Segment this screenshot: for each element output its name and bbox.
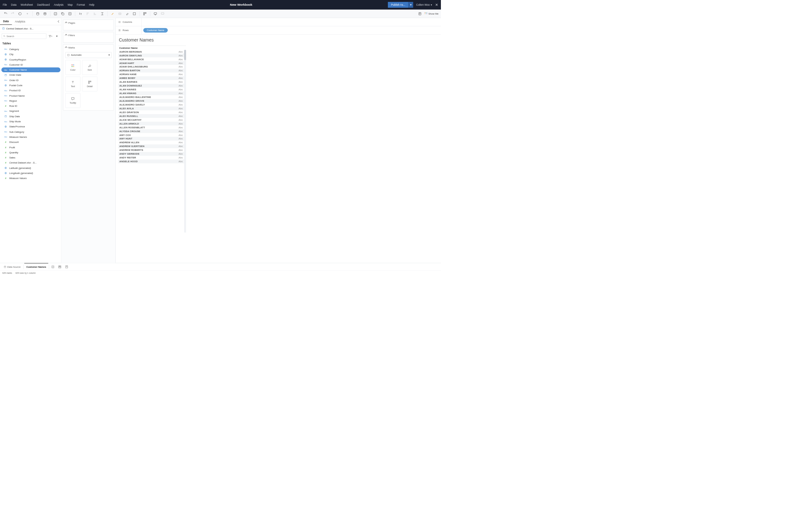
marks-tooltip-button[interactable]: Tooltip xyxy=(65,93,81,108)
table-row[interactable]: ALEX RUSSELLAbc xyxy=(118,114,186,118)
viz-column-header[interactable]: Customer Name xyxy=(118,46,186,50)
table-row[interactable]: AMY HUNTAbc xyxy=(118,137,186,141)
device-preview-button[interactable] xyxy=(159,10,166,17)
table-row[interactable]: ALEX GRAYSONAbc xyxy=(118,111,186,114)
tab-data[interactable]: Data xyxy=(0,18,12,25)
clear-button[interactable] xyxy=(67,10,73,17)
show-me-button[interactable]: Show Me xyxy=(424,12,439,15)
swap-button[interactable] xyxy=(78,10,84,17)
menu-map[interactable]: Map xyxy=(67,3,72,6)
revert-button[interactable] xyxy=(17,10,23,17)
menu-dashboard[interactable]: Dashboard xyxy=(37,3,50,6)
publish-button[interactable]: Publish As... xyxy=(388,2,408,8)
table-row[interactable]: ALAN BARNESAbc xyxy=(118,80,186,84)
search-field[interactable] xyxy=(7,35,45,38)
publish-dropdown[interactable]: ▾ xyxy=(408,2,413,8)
table-row[interactable]: ADRIAN HANEAbc xyxy=(118,72,186,76)
field-quantity[interactable]: Quantity xyxy=(1,150,60,155)
field-discount[interactable]: Discount xyxy=(1,140,60,145)
collapse-sidebar-button[interactable] xyxy=(58,20,60,23)
field-country-region[interactable]: Country/Region xyxy=(1,57,60,62)
totals-button[interactable] xyxy=(99,10,105,17)
table-row[interactable]: ANDREW ROBERTSAbc xyxy=(118,148,186,152)
pages-shelf[interactable]: Pages xyxy=(63,20,114,31)
field-customer-name[interactable]: Customer Name xyxy=(1,67,60,72)
field-measure-values[interactable]: Measure Values xyxy=(1,176,60,181)
table-row[interactable]: AMY COXAbc xyxy=(118,133,186,137)
highlight-button[interactable] xyxy=(109,10,116,17)
field-sub-category[interactable]: Sub-Category xyxy=(1,129,60,134)
field-product-name[interactable]: Product Name xyxy=(1,93,60,98)
menu-worksheet[interactable]: Worksheet xyxy=(20,3,33,6)
filters-shelf[interactable]: Filters xyxy=(63,32,114,43)
rows-pill-customer-name[interactable]: Customer Name xyxy=(143,28,168,32)
table-row[interactable]: ADRIAN BARTONAbc xyxy=(118,69,186,72)
field-city[interactable]: City xyxy=(1,52,60,57)
format-button[interactable] xyxy=(124,10,131,17)
table-row[interactable]: ANDREW GJERTSENAbc xyxy=(118,145,186,148)
field-order-date[interactable]: Order Date xyxy=(1,72,60,77)
table-row[interactable]: ADAM BELLAVANCEAbc xyxy=(118,57,186,61)
table-row[interactable]: ALEJANDRO BALLENTINEAbc xyxy=(118,95,186,99)
datasource-item[interactable]: Central Dataset.xlsx - S... xyxy=(0,25,61,32)
field-ship-date[interactable]: Ship Date xyxy=(1,114,60,118)
menu-analysis[interactable]: Analysis xyxy=(54,3,63,6)
field-postal-code[interactable]: Postal Code xyxy=(1,83,60,88)
new-story-tab-button[interactable] xyxy=(63,265,70,268)
close-button[interactable]: ✕ xyxy=(435,3,438,7)
menu-file[interactable]: File xyxy=(3,3,7,6)
sort-desc-button[interactable] xyxy=(92,10,98,17)
table-row[interactable]: ALAN DOMINGUEZAbc xyxy=(118,84,186,88)
table-row[interactable]: ALAN HAINESAbc xyxy=(118,88,186,92)
pause-updates-button[interactable] xyxy=(42,10,48,17)
new-worksheet-button[interactable] xyxy=(52,10,59,17)
field-region[interactable]: Region xyxy=(1,99,60,103)
field-ship-mode[interactable]: Ship Mode xyxy=(1,119,60,124)
redo-button[interactable] xyxy=(9,10,16,17)
table-row[interactable]: ALYSSA CROUSEAbc xyxy=(118,129,186,133)
field-row-id[interactable]: Row ID xyxy=(1,104,60,108)
new-worksheet-tab-button[interactable] xyxy=(50,265,56,268)
field-category[interactable]: Category xyxy=(1,47,60,52)
marks-detail-button[interactable]: Detail xyxy=(82,77,97,92)
table-row[interactable]: ALLEN ARMOLDAbc xyxy=(118,122,186,125)
menu-format[interactable]: Format xyxy=(77,3,85,6)
fields-menu-button[interactable]: ▾ xyxy=(54,34,59,39)
field-latitude-generated-[interactable]: Latitude (generated) xyxy=(1,165,60,170)
table-row[interactable]: AARON SMAYLINGAbc xyxy=(118,54,186,57)
datasource-tab[interactable]: Data Source xyxy=(2,263,22,270)
revert-dropdown[interactable]: ▾ xyxy=(24,10,31,17)
menu-help[interactable]: Help xyxy=(89,3,95,6)
user-menu[interactable]: Colten Woo ▾ xyxy=(416,3,432,6)
new-dashboard-tab-button[interactable] xyxy=(57,265,63,268)
fit-button[interactable] xyxy=(131,10,138,17)
marks-type-dropdown[interactable]: Automatic ▾ xyxy=(65,52,112,58)
sort-asc-button[interactable] xyxy=(85,10,91,17)
marks-color-button[interactable]: Color xyxy=(65,60,81,75)
table-row[interactable]: ANDREW ALLENAbc xyxy=(118,141,186,145)
filter-fields-button[interactable]: ▾ xyxy=(48,34,53,39)
field-customer-id[interactable]: Customer ID xyxy=(1,62,60,67)
table-row[interactable]: ALEJANDRO SAVELYAbc xyxy=(118,103,186,107)
field-central-dataset-xlsx-s-[interactable]: Central Dataset.xlsx - S... xyxy=(1,160,60,165)
table-row[interactable]: ANDY GERBODEAbc xyxy=(118,152,186,156)
field-order-id[interactable]: Order ID xyxy=(1,78,60,82)
table-row[interactable]: AIMEE BIXBYAbc xyxy=(118,76,186,80)
field-profit[interactable]: Profit xyxy=(1,145,60,150)
field-sales[interactable]: Sales xyxy=(1,155,60,160)
field-segment[interactable]: Segment xyxy=(1,109,60,113)
scrollbar-thumb[interactable] xyxy=(184,50,186,60)
table-row[interactable]: ALEX AVILAAbc xyxy=(118,107,186,111)
table-row[interactable]: ALICE MCCARTHYAbc xyxy=(118,118,186,122)
scrollbar[interactable] xyxy=(184,50,186,233)
sheet-tab[interactable]: Customer Names xyxy=(24,263,48,270)
field-state-province[interactable]: State/Province xyxy=(1,124,60,129)
table-row[interactable]: ANDY REITERAbc xyxy=(118,156,186,160)
label-button[interactable] xyxy=(117,10,123,17)
marks-size-button[interactable]: Size xyxy=(82,60,97,75)
tab-analytics[interactable]: Analytics xyxy=(12,18,28,25)
search-input[interactable] xyxy=(2,33,46,39)
table-row[interactable]: ANGELE HOODAbc xyxy=(118,160,186,164)
menu-data[interactable]: Data xyxy=(11,3,16,6)
marks-text-button[interactable]: Text xyxy=(65,77,81,92)
